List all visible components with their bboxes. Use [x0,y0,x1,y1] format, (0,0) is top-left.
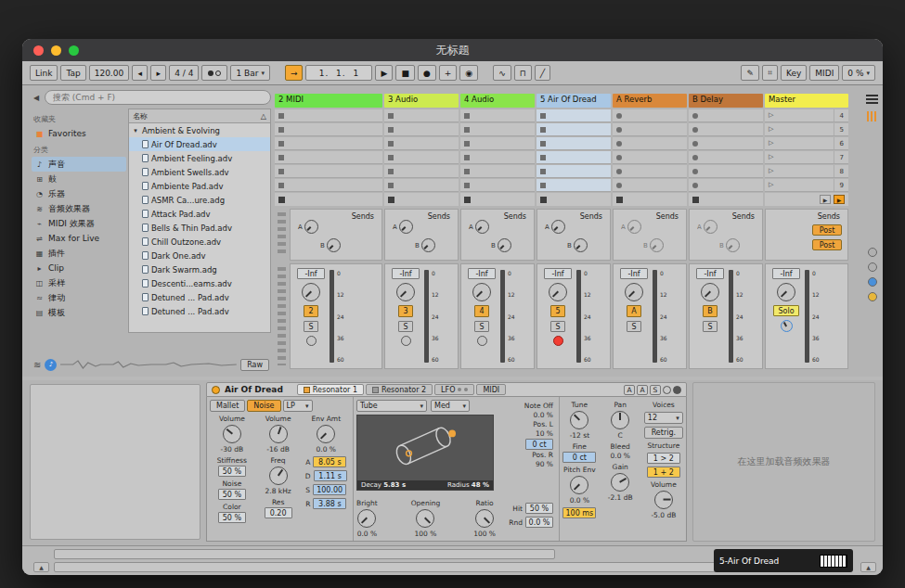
volume-display[interactable]: -Inf [544,268,572,279]
scene-launch-button[interactable]: ▷ [769,112,773,119]
clip-slot[interactable] [275,123,382,136]
track-header[interactable]: B Delay [689,94,763,108]
clip-slot[interactable] [613,179,687,192]
clip-slot[interactable] [613,123,687,136]
track-activator[interactable]: B [703,305,718,317]
midi-map-button[interactable]: MIDI [809,65,839,81]
clip-slot[interactable] [384,179,459,192]
draw-mode-button[interactable]: ∿ [493,65,511,81]
voices-select[interactable]: 12 [644,412,683,424]
clip-slot[interactable] [689,165,763,178]
volume-display[interactable]: -Inf [696,268,724,279]
clip-slot[interactable] [537,165,611,178]
track-header[interactable]: Master [765,94,848,108]
send-a-knob[interactable] [475,220,489,234]
file-row[interactable]: Chill Outzone.adv [129,235,270,249]
sidebar-item[interactable]: ♪声音 [32,157,126,172]
audio-effect-drop-area[interactable]: 在这里加载音频效果器 [692,382,875,542]
clip-slot[interactable]: ▷9 [765,179,848,192]
solo-button[interactable]: S [304,321,318,332]
master-solo-button[interactable]: Solo [773,305,799,316]
radius-value[interactable]: 48 % [472,481,489,489]
link-button[interactable]: Link [30,65,58,81]
note-off-value[interactable]: 0.0 % [534,411,553,419]
clip-slot[interactable] [275,137,382,150]
sort-icon[interactable]: △ [261,112,266,121]
solo-button[interactable]: S [627,321,641,332]
track-activator[interactable]: A [627,305,641,317]
nudge-down-button[interactable]: ◂ [132,65,148,81]
tap-tempo-button[interactable]: Tap [60,65,85,81]
pos-l-value[interactable]: 10 % [536,429,553,438]
volume-display[interactable]: -Inf [620,268,648,279]
sidebar-item[interactable]: ≋音频效果器 [32,201,126,216]
clip-stop-button[interactable] [278,197,285,203]
clip-slot[interactable] [460,137,535,150]
clip-slot[interactable] [689,151,763,164]
file-row[interactable]: Dark Swarm.adg [129,262,270,276]
opening-knob[interactable] [416,509,434,528]
send-a-knob[interactable] [704,220,718,234]
send-a-knob[interactable] [627,220,641,234]
sidebar-item[interactable]: ■Favorites [32,126,126,141]
key-map-button[interactable]: Key [781,65,807,81]
post-toggle-b[interactable]: Post [812,239,842,250]
slope-button[interactable]: ╱ [535,65,550,81]
file-row[interactable]: Air Of Dread.adv [129,137,270,151]
track-activator[interactable]: 4 [474,305,489,317]
device-on-button[interactable] [212,386,220,394]
decay-value[interactable]: 5.83 s [383,481,406,489]
sidebar-item[interactable]: ◔乐器 [32,186,126,201]
track-header[interactable]: 3 Audio [384,94,459,108]
search-input[interactable] [45,90,271,105]
stop-button[interactable]: ■ [395,65,415,81]
stop-all-clips-button[interactable]: ▶ [820,195,831,204]
file-list-header[interactable]: 名称 △ [129,109,270,123]
sidebar-item[interactable]: ≈律动 [32,290,126,305]
preview-speaker-icon[interactable]: ♪ [45,359,57,371]
clip-slot[interactable] [689,179,763,192]
mallet-volume-knob[interactable] [223,425,241,443]
clip-slot[interactable] [613,109,687,122]
fine-value[interactable]: 0 ct [562,452,596,463]
clip-slot[interactable] [613,165,687,178]
send-b-knob[interactable] [498,238,511,252]
file-row[interactable]: ASMR Ca...ure.adg [129,193,270,207]
track-activator[interactable]: 5 [550,305,565,317]
quantization-menu[interactable]: 1 Bar [230,65,270,81]
send-b-knob[interactable] [726,238,740,252]
hit-value[interactable]: 50 % [525,503,553,514]
track-activator[interactable]: 2 [304,305,318,317]
file-row[interactable]: Ambient Swells.adv [129,165,270,179]
sends-toggle[interactable] [868,262,877,272]
clip-slot[interactable] [460,123,535,136]
pitch-env-knob[interactable] [570,476,588,494]
gain-knob[interactable] [611,473,629,492]
solo-button[interactable]: S [398,321,413,332]
folder-row[interactable]: ▾Ambient & Evolving [129,123,270,137]
arm-button[interactable] [306,336,317,346]
tune-knob[interactable] [570,411,588,429]
clip-slot[interactable]: ▷4 [765,109,848,122]
clip-slot[interactable] [689,137,763,150]
clip-stop-button[interactable] [388,197,394,203]
clip-slot[interactable] [537,179,611,192]
track-tag[interactable]: 5-Air Of Dread [714,549,853,572]
clip-slot[interactable] [537,123,611,136]
volume-display[interactable]: -Inf [297,268,325,279]
file-row[interactable]: Detuned ... Pad.adv [129,304,270,318]
track-header[interactable]: A Reverb [613,94,687,108]
resonator-type-select[interactable]: Tube [356,400,427,412]
quality-select[interactable]: Med [431,400,470,412]
grid-button[interactable]: ⌗ [762,65,778,81]
cue-volume-knob[interactable] [781,320,793,332]
device-option-a[interactable]: A [637,385,648,395]
device-volume-knob[interactable] [654,491,673,509]
device-tab[interactable]: Resonator 2 [366,384,433,395]
file-row[interactable]: Attack Pad.adv [129,207,270,221]
clip-slot[interactable] [460,109,535,122]
raw-button[interactable]: Raw [240,359,269,371]
file-row[interactable]: Bells & Thin Pad.adv [129,221,270,235]
follow-button[interactable]: → [285,65,304,81]
browser-fold-button[interactable]: ◀ [32,94,41,102]
